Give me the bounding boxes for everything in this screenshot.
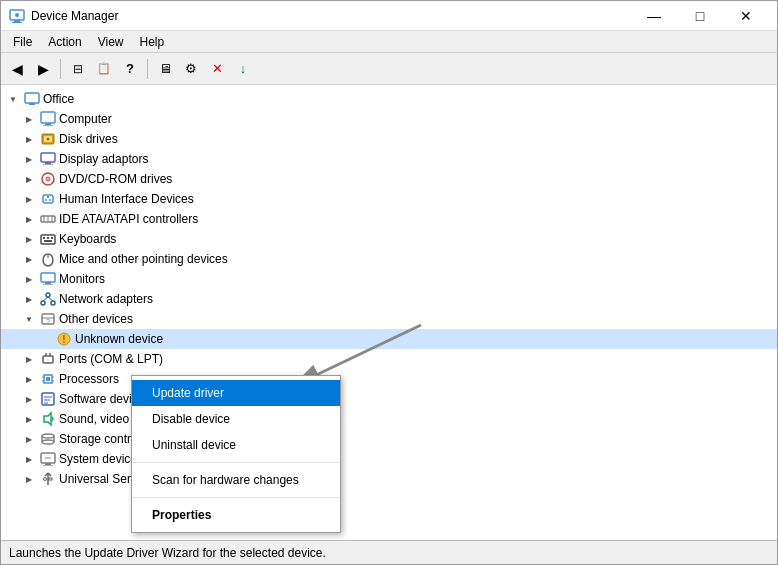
device-tree[interactable]: OfficeComputerDisk drivesDisplay adaptor… <box>1 85 777 540</box>
icon-other: ? <box>40 311 56 327</box>
expand-btn-monitors[interactable] <box>21 271 37 287</box>
svg-point-37 <box>41 301 45 305</box>
svg-point-36 <box>46 293 50 297</box>
expand-btn-usb[interactable] <box>21 471 37 487</box>
ctx-scan-changes[interactable]: Scan for hardware changes <box>132 467 340 493</box>
app-icon <box>9 8 25 24</box>
svg-line-40 <box>48 297 53 301</box>
collapse-button[interactable]: ⊟ <box>66 57 90 81</box>
svg-rect-28 <box>47 237 49 239</box>
svg-marker-59 <box>44 413 51 425</box>
expand-btn-other[interactable] <box>21 311 37 327</box>
expand-btn-mice[interactable] <box>21 251 37 267</box>
tree-item-dvd[interactable]: DVD/CD-ROM drives <box>1 169 777 189</box>
tree-item-office[interactable]: Office <box>1 89 777 109</box>
label-computer: Computer <box>59 112 112 126</box>
svg-rect-4 <box>25 93 39 103</box>
expand-btn-network[interactable] <box>21 291 37 307</box>
svg-rect-27 <box>43 237 45 239</box>
tree-item-ide[interactable]: IDE ATA/ATAPI controllers <box>1 209 777 229</box>
expand-btn-processors[interactable] <box>21 371 37 387</box>
label-display: Display adaptors <box>59 152 148 166</box>
minimize-button[interactable]: — <box>631 1 677 31</box>
expand-btn-hid[interactable] <box>21 191 37 207</box>
tree-item-processors[interactable]: Processors <box>1 369 777 389</box>
tree-item-display[interactable]: Display adaptors <box>1 149 777 169</box>
icon-network <box>40 291 56 307</box>
uninstall-tb-button[interactable]: ✕ <box>205 57 229 81</box>
expand-btn-ide[interactable] <box>21 211 37 227</box>
computer-button[interactable]: 🖥 <box>153 57 177 81</box>
expand-btn-storage[interactable] <box>21 431 37 447</box>
ctx-update-driver[interactable]: Update driver <box>132 380 340 406</box>
maximize-button[interactable]: □ <box>677 1 723 31</box>
scan-tb-button[interactable]: ⚙ <box>179 57 203 81</box>
tree-item-keyboard[interactable]: Keyboards <box>1 229 777 249</box>
svg-rect-65 <box>45 463 51 465</box>
menu-help[interactable]: Help <box>132 33 173 51</box>
svg-rect-5 <box>29 103 35 105</box>
ctx-properties[interactable]: Properties <box>132 502 340 528</box>
expand-btn-computer[interactable] <box>21 111 37 127</box>
label-mice: Mice and other pointing devices <box>59 252 228 266</box>
svg-rect-7 <box>45 123 51 125</box>
expand-btn-office[interactable] <box>5 91 21 107</box>
svg-point-71 <box>44 478 47 481</box>
tree-item-software[interactable]: Software devices <box>1 389 777 409</box>
forward-button[interactable]: ▶ <box>31 57 55 81</box>
help-tb-button[interactable]: ? <box>118 57 142 81</box>
tree-item-usb[interactable]: Universal Serial Bus controllers <box>1 469 777 489</box>
title-bar: Device Manager — □ ✕ <box>1 1 777 31</box>
svg-point-3 <box>15 13 19 17</box>
svg-rect-50 <box>46 377 50 381</box>
label-other: Other devices <box>59 312 133 326</box>
menu-action[interactable]: Action <box>40 33 89 51</box>
tree-item-ports[interactable]: Ports (COM & LPT) <box>1 349 777 369</box>
svg-rect-12 <box>41 153 55 162</box>
ctx-disable-device[interactable]: Disable device <box>132 406 340 432</box>
svg-rect-21 <box>47 196 49 198</box>
icon-dvd <box>40 171 56 187</box>
label-processors: Processors <box>59 372 119 386</box>
tree-item-unknown[interactable]: !Unknown device <box>1 329 777 349</box>
svg-rect-66 <box>43 465 53 466</box>
toolbar: ◀ ▶ ⊟ 📋 ? 🖥 ⚙ ✕ ↓ <box>1 53 777 85</box>
tree-item-hid[interactable]: Human Interface Devices <box>1 189 777 209</box>
svg-rect-14 <box>43 164 53 165</box>
menu-view[interactable]: View <box>90 33 132 51</box>
ctx-uninstall-device[interactable]: Uninstall device <box>132 432 340 458</box>
tree-item-storage[interactable]: Storage controllers <box>1 429 777 449</box>
svg-rect-46 <box>43 356 53 363</box>
icon-office <box>24 91 40 107</box>
tree-item-computer[interactable]: Computer <box>1 109 777 129</box>
tree-item-network[interactable]: Network adapters <box>1 289 777 309</box>
tree-item-sound[interactable]: Sound, video and game controllers <box>1 409 777 429</box>
tree-item-disk[interactable]: Disk drives <box>1 129 777 149</box>
device-manager-window: Device Manager — □ ✕ File Action View He… <box>0 0 778 565</box>
properties-tb-button[interactable]: 📋 <box>92 57 116 81</box>
svg-text:?: ? <box>46 318 50 325</box>
expand-btn-ports[interactable] <box>21 351 37 367</box>
expand-btn-disk[interactable] <box>21 131 37 147</box>
svg-rect-1 <box>14 20 20 22</box>
svg-rect-13 <box>45 162 51 164</box>
expand-btn-display[interactable] <box>21 151 37 167</box>
expand-btn-sound[interactable] <box>21 411 37 427</box>
icon-sound <box>40 411 56 427</box>
expand-btn-dvd[interactable] <box>21 171 37 187</box>
tree-item-monitors[interactable]: Monitors <box>1 269 777 289</box>
label-disk: Disk drives <box>59 132 118 146</box>
tree-item-other[interactable]: ?Other devices <box>1 309 777 329</box>
expand-btn-system[interactable] <box>21 451 37 467</box>
update-tb-button[interactable]: ↓ <box>231 57 255 81</box>
window-title: Device Manager <box>31 9 631 23</box>
back-button[interactable]: ◀ <box>5 57 29 81</box>
menu-file[interactable]: File <box>5 33 40 51</box>
icon-usb <box>40 471 56 487</box>
expand-btn-keyboard[interactable] <box>21 231 37 247</box>
svg-text:!: ! <box>62 334 65 345</box>
tree-item-system[interactable]: System devices <box>1 449 777 469</box>
tree-item-mice[interactable]: Mice and other pointing devices <box>1 249 777 269</box>
close-button[interactable]: ✕ <box>723 1 769 31</box>
expand-btn-software[interactable] <box>21 391 37 407</box>
